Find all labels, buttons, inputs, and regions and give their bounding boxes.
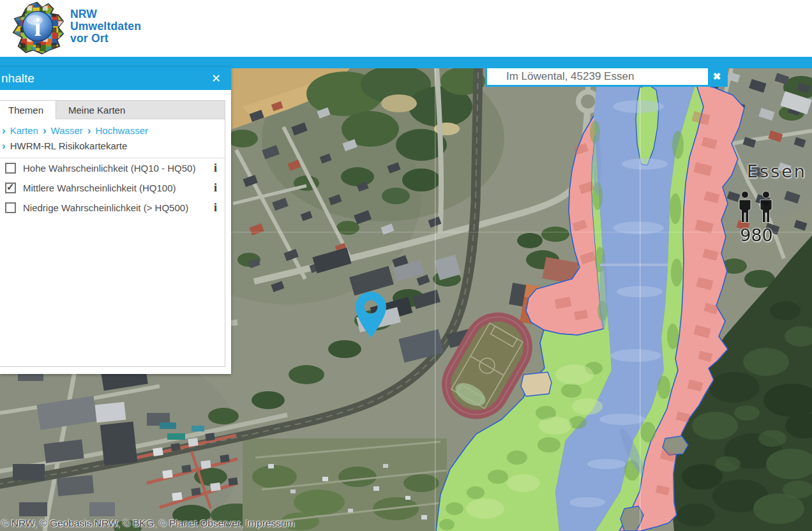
tab-meine-karten[interactable]: Meine Karten [56, 101, 137, 119]
layer-row-hq100: ✓ Mittlere Wahrscheinlichkeit (HQ100) i [5, 178, 217, 198]
attribution-text: © NRW, © Geobasis.NRW, © BKG, © Planet O… [1, 518, 243, 528]
weir [600, 264, 668, 266]
layer-row-hq500: Niedrige Wahrscheinlichkeit (> HQ500) i [5, 198, 217, 218]
svg-text:i: i [34, 13, 41, 41]
panel-title: nhalte [1, 71, 34, 86]
layer-group-label: HWRM-RL Risikokartekarte [10, 140, 128, 151]
population-symbol: 980 [732, 191, 781, 245]
location-pin-icon[interactable] [353, 290, 389, 339]
chevron-right-icon: › [2, 140, 6, 151]
layer-group[interactable]: › HWRM-RL Risikokartekarte [2, 140, 225, 151]
app-title: NRW Umweltdaten vor Ort [70, 8, 141, 45]
impressum-link[interactable]: Impressum [246, 518, 295, 528]
checkbox-hq10[interactable] [5, 163, 16, 174]
breadcrumb: › Karten › Wasser › Hochwasser [2, 125, 225, 136]
contents-panel: nhalte ✕ Themen Meine Karten › Karten › … [0, 67, 231, 374]
search-input[interactable] [487, 68, 708, 85]
nrw-logo-icon[interactable]: i [8, 1, 69, 56]
app-title-line2: Umweltdaten [70, 20, 141, 33]
search-clear-button[interactable]: ✖ [708, 68, 726, 85]
layer-label: Niedrige Wahrscheinlichkeit (> HQ500) [23, 202, 188, 213]
excluded-court [521, 372, 552, 396]
tab-themen[interactable]: Themen [0, 101, 56, 119]
chevron-right-icon: › [87, 125, 91, 136]
city-label: Essen [747, 161, 807, 181]
chevron-right-icon: › [43, 125, 47, 136]
app-title-line1: NRW [70, 8, 141, 20]
panel-close-icon[interactable]: ✕ [207, 71, 225, 86]
panel-header: nhalte ✕ [0, 67, 231, 90]
app-header: i NRW Umweltdaten vor Ort [0, 0, 812, 57]
population-count: 980 [732, 225, 781, 245]
checkbox-hq500[interactable] [5, 202, 16, 213]
info-icon[interactable]: i [214, 201, 217, 214]
layer-label: Mittlere Wahrscheinlichkeit (HQ100) [23, 183, 176, 193]
layer-label: Hohe Wahrscheinlichkeit (HQ10 - HQ50) [23, 163, 195, 174]
info-icon[interactable]: i [214, 181, 217, 195]
breadcrumb-wasser[interactable]: Wasser [51, 125, 83, 136]
checkbox-hq100[interactable]: ✓ [5, 183, 16, 193]
panel-tabs: Themen Meine Karten [0, 101, 225, 119]
breadcrumb-hochwasser[interactable]: Hochwasser [96, 125, 149, 136]
breadcrumb-karten[interactable]: Karten [10, 125, 38, 136]
layer-tree: Themen Meine Karten › Karten › Wasser › … [0, 100, 225, 367]
map-attribution: © NRW, © Geobasis.NRW, © BKG, © Planet O… [1, 518, 294, 529]
search-widget: ✖ [485, 66, 728, 87]
population-icon [735, 191, 778, 224]
app-title-line3: vor Ort [70, 33, 141, 45]
layer-row-hq10: Hohe Wahrscheinlichkeit (HQ10 - HQ50) i [5, 158, 217, 178]
info-icon[interactable]: i [214, 161, 217, 175]
checkmark: ✓ [6, 181, 15, 193]
chevron-right-icon: › [2, 125, 6, 136]
